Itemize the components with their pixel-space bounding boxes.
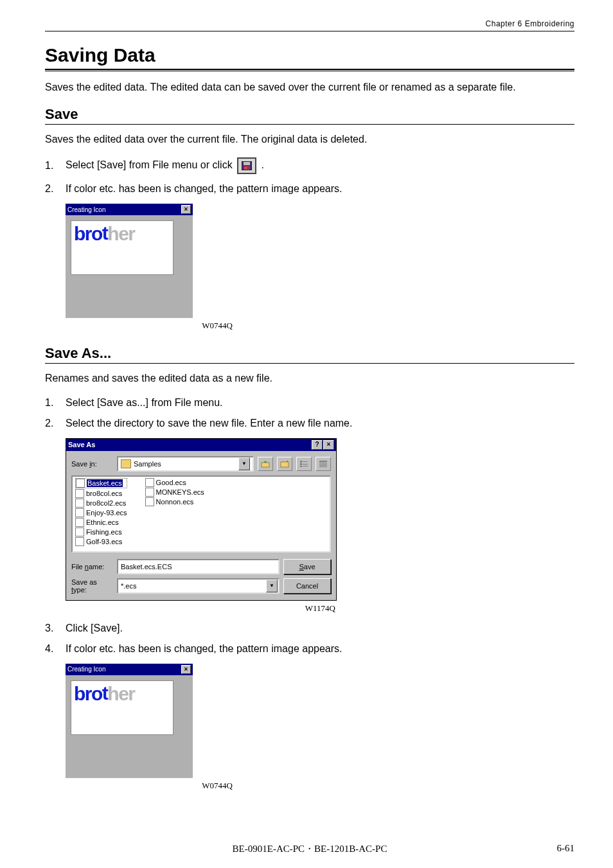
file-icon xyxy=(75,489,84,498)
step-text: Select [Save] from File menu or click xyxy=(66,159,235,170)
file-icon xyxy=(75,508,84,517)
figure-caption: W0744Q xyxy=(66,781,233,791)
step-number: 2. xyxy=(45,183,66,195)
savein-label: Save in: xyxy=(71,460,113,468)
save-desc: Saves the edited data over the current f… xyxy=(45,132,574,146)
file-icon xyxy=(145,488,154,497)
page-footer: BE-0901E-AC-PC・BE-1201B-AC-PC 6-61 xyxy=(45,843,574,854)
dialog-titlebar: Creating Icon × xyxy=(66,664,193,675)
file-icon xyxy=(75,518,84,527)
saveas-heading-rule xyxy=(45,363,574,364)
file-list[interactable]: Basket.ecs bro8col.ecs bro8col2.ecs Enjo… xyxy=(71,475,331,553)
dialog-title: Creating Icon xyxy=(67,206,105,213)
up-one-level-icon[interactable] xyxy=(258,457,273,471)
file-item[interactable]: Enjoy-93.ecs xyxy=(75,508,127,517)
dialog-titlebar: Save As ? × xyxy=(66,439,336,451)
save-step-1: 1. Select [Save] from File menu or click… xyxy=(45,157,574,174)
page-title: Saving Data xyxy=(45,44,574,66)
close-icon[interactable]: × xyxy=(323,440,334,450)
file-item[interactable]: Ethnic.ecs xyxy=(75,518,127,527)
file-icon xyxy=(145,478,154,487)
savein-dropdown[interactable]: Samples ▼ xyxy=(117,456,254,472)
saveas-step-2: 2. Select the directory to save the new … xyxy=(45,418,574,429)
step-number: 2. xyxy=(45,418,66,429)
save-heading-rule xyxy=(45,124,574,125)
save-as-dialog: Save As ? × Save in: Samples ▼ xyxy=(66,438,337,601)
intro-text: Saves the edited data. The edited data c… xyxy=(45,80,574,94)
step-number: 1. xyxy=(45,397,66,409)
file-item[interactable]: Basket.ecs xyxy=(75,478,127,488)
filename-input[interactable]: Basket.ecs.ECS xyxy=(117,559,280,574)
dialog-titlebar: Creating Icon × xyxy=(66,204,193,215)
file-icon xyxy=(75,537,84,546)
saveas-step-3: 3. Click [Save]. xyxy=(45,623,574,634)
file-icon xyxy=(75,527,84,536)
file-icon xyxy=(145,497,154,506)
svg-rect-10 xyxy=(300,466,302,467)
creating-icon-dialog: Creating Icon × brother xyxy=(66,664,193,778)
step-text: Select the directory to save the new fil… xyxy=(66,418,352,429)
details-view-icon[interactable] xyxy=(315,457,331,471)
svg-rect-14 xyxy=(319,464,327,465)
save-step-2: 2. If color etc. has been is changed, th… xyxy=(45,183,574,195)
close-icon[interactable]: × xyxy=(181,205,191,214)
new-folder-icon[interactable] xyxy=(277,457,292,471)
close-icon[interactable]: × xyxy=(181,665,191,674)
file-item[interactable]: Good.ecs xyxy=(145,478,204,487)
file-item[interactable]: bro8col2.ecs xyxy=(75,499,127,508)
file-item[interactable]: MONKEYS.ecs xyxy=(145,488,204,497)
saveas-heading: Save As... xyxy=(45,345,574,362)
savein-value: Samples xyxy=(134,460,161,468)
creating-icon-dialog: Creating Icon × brother xyxy=(66,204,193,318)
svg-rect-16 xyxy=(319,466,327,467)
brother-logo: brother xyxy=(74,685,170,702)
figure-caption: W1174Q xyxy=(66,603,335,614)
chevron-down-icon[interactable]: ▼ xyxy=(266,580,278,592)
saveas-step-1: 1. Select [Save as...] from File menu. xyxy=(45,397,574,409)
step-text: If color etc. has been is changed, the p… xyxy=(66,183,342,195)
figure-caption: W0744Q xyxy=(66,321,233,331)
step-number: 4. xyxy=(45,643,66,655)
file-item[interactable]: Golf-93.ecs xyxy=(75,537,127,546)
file-item[interactable]: bro8col.ecs xyxy=(75,489,127,498)
brother-logo: brother xyxy=(74,225,170,242)
step-number: 3. xyxy=(45,623,66,634)
saveas-desc: Renames and saves the edited data as a n… xyxy=(45,371,574,385)
svg-rect-7 xyxy=(303,461,308,462)
step-text-post: . xyxy=(262,159,264,170)
save-button[interactable]: Save xyxy=(283,559,331,574)
folder-icon xyxy=(121,459,131,468)
file-icon xyxy=(75,499,84,508)
filename-label: File name: xyxy=(71,563,113,571)
file-item[interactable]: Fishing.ecs xyxy=(75,527,127,536)
file-item[interactable]: Nonnon.ecs xyxy=(145,497,204,506)
step-text: Click [Save]. xyxy=(66,623,123,634)
save-heading: Save xyxy=(45,106,574,123)
svg-rect-13 xyxy=(319,463,327,463)
savetype-dropdown[interactable]: *.ecs ▼ xyxy=(117,578,280,594)
step-text: Select [Save as...] from File menu. xyxy=(66,397,223,409)
svg-rect-12 xyxy=(319,461,327,462)
list-view-icon[interactable] xyxy=(296,457,312,471)
cancel-button[interactable]: Cancel xyxy=(283,578,331,594)
svg-rect-3 xyxy=(247,167,249,169)
step-number: 1. xyxy=(45,160,66,172)
svg-rect-6 xyxy=(300,461,302,463)
svg-rect-9 xyxy=(303,464,308,465)
step-text: If color etc. has been is changed, the p… xyxy=(66,643,342,655)
header-rule xyxy=(45,31,574,31)
dialog-title: Save As xyxy=(68,441,95,448)
dialog-title: Creating Icon xyxy=(67,666,105,673)
chapter-header: Chapter 6 Embroidering xyxy=(45,19,574,28)
file-icon xyxy=(76,479,85,488)
help-icon[interactable]: ? xyxy=(312,440,323,450)
chevron-down-icon[interactable]: ▼ xyxy=(238,457,250,470)
svg-rect-5 xyxy=(281,462,289,467)
saveas-step-4: 4. If color etc. has been is changed, th… xyxy=(45,643,574,655)
svg-rect-15 xyxy=(319,465,327,466)
svg-rect-8 xyxy=(300,463,302,465)
title-rule xyxy=(45,69,574,71)
svg-rect-11 xyxy=(303,466,308,466)
save-toolbar-icon xyxy=(237,157,256,174)
savetype-label: Save as type: xyxy=(71,578,113,594)
